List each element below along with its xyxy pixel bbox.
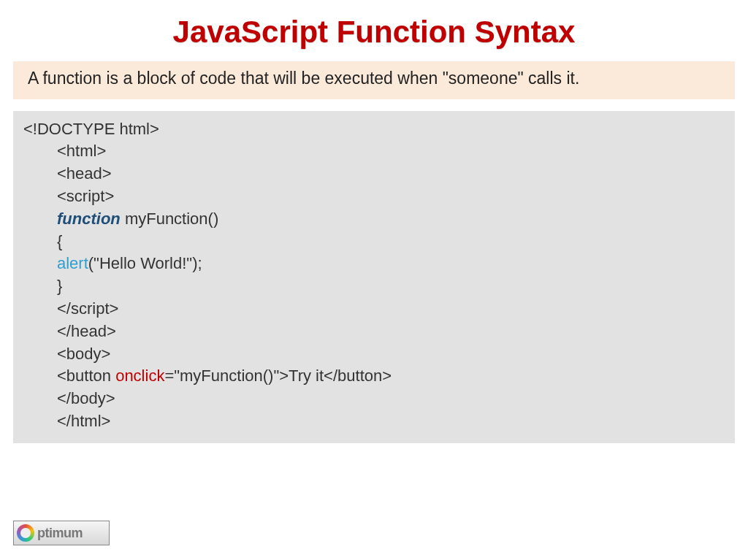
- code-line: <body>: [23, 343, 725, 366]
- keyword-onclick: onclick: [115, 367, 164, 385]
- code-line: {: [23, 231, 725, 253]
- logo-ring-icon: [17, 524, 34, 542]
- code-line: alert("Hello World!");: [23, 253, 725, 275]
- code-box: <!DOCTYPE html> <html> <head> <script> f…: [13, 111, 735, 443]
- code-text: ="myFunction()">Try it</button>: [164, 367, 392, 385]
- code-text: myFunction(): [121, 210, 218, 228]
- code-text: ("Hello World!");: [88, 254, 202, 272]
- keyword-function: function: [57, 210, 121, 228]
- code-line: <head>: [23, 163, 725, 185]
- code-line: function myFunction(): [23, 208, 725, 231]
- intro-box: A function is a block of code that will …: [13, 61, 735, 99]
- title-heading: JavaScript Function Syntax: [0, 15, 748, 50]
- code-line: </body>: [23, 388, 725, 410]
- slide-title: JavaScript Function Syntax: [0, 0, 748, 57]
- code-line: </script>: [23, 298, 725, 321]
- code-line: </head>: [23, 321, 725, 343]
- code-line: }: [23, 275, 725, 298]
- logo-optimum: ptimum: [13, 521, 110, 545]
- code-line: <html>: [23, 140, 725, 163]
- logo-text: ptimum: [37, 526, 83, 541]
- code-line: <button onclick="myFunction()">Try it</b…: [23, 365, 725, 388]
- code-line: <!DOCTYPE html>: [23, 118, 725, 141]
- code-line: <script>: [23, 185, 725, 208]
- code-text: <button: [57, 367, 115, 385]
- keyword-alert: alert: [57, 254, 88, 272]
- code-line: </html>: [23, 410, 725, 433]
- intro-text: A function is a block of code that will …: [23, 69, 725, 89]
